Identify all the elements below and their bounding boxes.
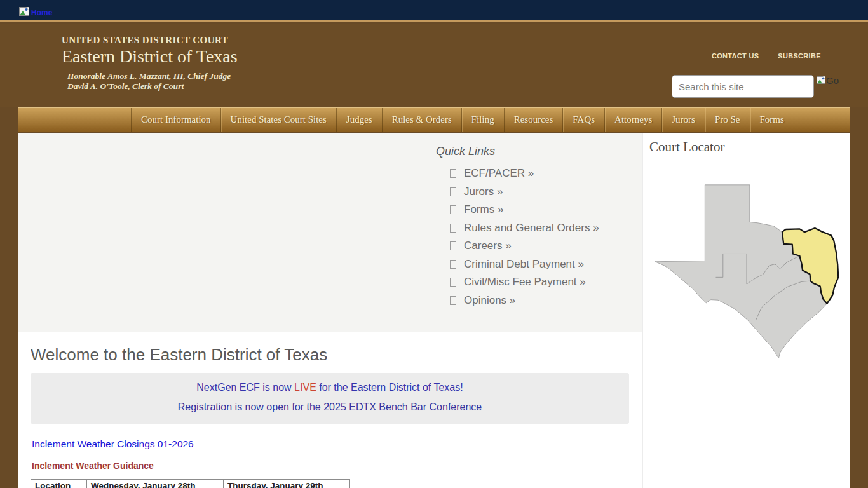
quick-link-forms[interactable]: Forms » <box>436 201 599 219</box>
nextgen-announcement[interactable]: NextGen ECF is now LIVE for the Eastern … <box>196 382 463 393</box>
quick-links-panel: Quick Links ECF/PACER » Jurors » Forms »… <box>436 145 599 309</box>
inclement-weather-closings-link[interactable]: Inclement Weather Closings 01-2026 <box>32 438 642 450</box>
missing-glyph-icon <box>450 224 456 233</box>
nav-item-faqs[interactable]: FAQs <box>562 108 604 132</box>
site-header: UNITED STATES DISTRICT COURT Eastern Dis… <box>0 24 868 107</box>
nav-item-us-court-sites[interactable]: United States Court Sites <box>220 108 336 132</box>
clerk-line: David A. O'Toole, Clerk of Court <box>67 81 238 92</box>
nav-item-resources[interactable]: Resources <box>504 108 563 132</box>
court-locator-panel: Court Locator <box>642 133 850 488</box>
quick-link-jurors[interactable]: Jurors » <box>436 183 599 201</box>
quick-links-heading: Quick Links <box>436 145 599 158</box>
court-locator-heading: Court Locator <box>649 139 843 161</box>
search-go-button[interactable]: Go <box>817 75 839 86</box>
table-header-thursday: Thursday, January 29th <box>224 480 350 488</box>
main-content: Welcome to the Eastern District of Texas… <box>18 332 642 488</box>
broken-image-icon <box>817 75 825 86</box>
officials-block: Honorable Amos L. Mazzant, III, Chief Ju… <box>67 71 238 92</box>
announcement-box: NextGen ECF is now LIVE for the Eastern … <box>31 373 629 424</box>
home-link-label: Home <box>31 8 52 17</box>
quick-link-criminal-debt-payment[interactable]: Criminal Debt Payment » <box>436 255 599 274</box>
table-header-location: Location <box>31 480 87 488</box>
quick-link-careers[interactable]: Careers » <box>436 237 599 255</box>
missing-glyph-icon <box>450 296 456 305</box>
nav-item-forms[interactable]: Forms <box>750 108 794 132</box>
quick-link-ecf-pacer[interactable]: ECF/PACER » <box>436 165 599 183</box>
nav-item-jurors[interactable]: Jurors <box>661 108 705 132</box>
site-title-block: UNITED STATES DISTRICT COURT Eastern Dis… <box>62 35 238 92</box>
nav-item-judges[interactable]: Judges <box>336 108 382 132</box>
missing-glyph-icon <box>450 241 456 250</box>
nav-item-court-information[interactable]: Court Information <box>131 108 220 132</box>
court-eyebrow: UNITED STATES DISTRICT COURT <box>62 35 238 46</box>
broken-image-icon <box>19 7 29 18</box>
quick-link-civil-misc-fee-payment[interactable]: Civil/Misc Fee Payment » <box>436 273 599 292</box>
missing-glyph-icon <box>450 278 456 287</box>
missing-glyph-icon <box>450 169 456 178</box>
inclement-weather-guidance-heading: Inclement Weather Guidance <box>32 461 642 471</box>
nav-item-pro-se[interactable]: Pro Se <box>705 108 750 132</box>
top-bar: Home <box>0 0 868 22</box>
contact-us-link[interactable]: CONTACT US <box>712 52 759 60</box>
site-search-input[interactable] <box>672 75 814 98</box>
table-header-row: Location Wednesday, January 28th Thursda… <box>31 480 350 488</box>
utility-links: CONTACT US SUBSCRIBE <box>712 52 851 60</box>
site-title: Eastern District of Texas <box>62 46 238 67</box>
welcome-heading: Welcome to the Eastern District of Texas <box>31 345 642 365</box>
quick-link-rules-general-orders[interactable]: Rules and General Orders » <box>436 219 599 238</box>
chief-judge-line: Honorable Amos L. Mazzant, III, Chief Ju… <box>67 71 238 81</box>
table-header-wednesday: Wednesday, January 28th <box>87 480 224 488</box>
go-button-label: Go <box>826 75 839 86</box>
bench-bar-registration-link[interactable]: Registration is now open for the 2025 ED… <box>31 402 629 413</box>
banner-region: Quick Links ECF/PACER » Jurors » Forms »… <box>18 133 642 332</box>
main-navigation: Court Information United States Court Si… <box>18 107 850 132</box>
missing-glyph-icon <box>450 187 456 196</box>
nav-item-filing[interactable]: Filing <box>461 108 504 132</box>
quick-link-opinions[interactable]: Opinions » <box>436 292 599 310</box>
nav-item-rules-orders[interactable]: Rules & Orders <box>382 108 461 132</box>
subscribe-link[interactable]: SUBSCRIBE <box>778 52 821 60</box>
live-highlight: LIVE <box>294 382 316 393</box>
home-link[interactable]: Home <box>19 7 52 18</box>
weather-status-table: Location Wednesday, January 28th Thursda… <box>31 479 350 488</box>
texas-district-map[interactable] <box>643 178 850 366</box>
nav-item-attorneys[interactable]: Attorneys <box>604 108 661 132</box>
missing-glyph-icon <box>450 260 456 269</box>
missing-glyph-icon <box>450 205 456 214</box>
